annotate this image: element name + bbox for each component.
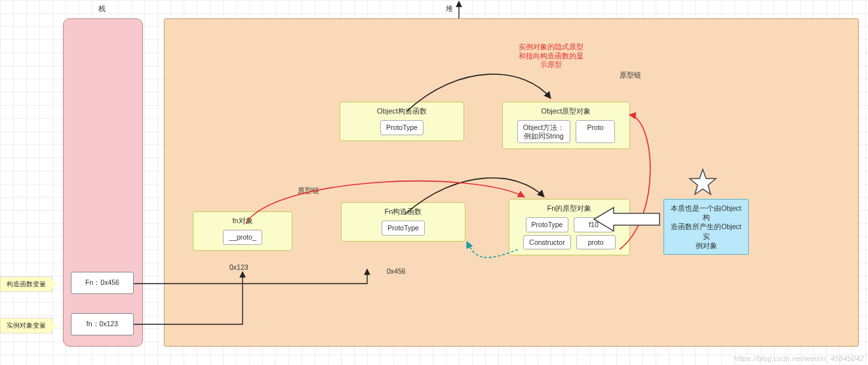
annotation-implicit-explicit-proto: 实例对象的隐式原型 和指向构造函数的显 示原型: [505, 43, 597, 70]
slot-f10: f10: [574, 217, 613, 232]
node-fn-constructor: Fn构造函数 ProtoType: [341, 202, 465, 242]
slot-dunder-proto: __proto_: [223, 230, 262, 245]
callout-object-instance: 本质也是一个由Object构 造函数所产生的Object实 例对象: [663, 199, 749, 255]
node-fn-prototype: Fn的原型对象 ProtoType f10 Constructor proto: [509, 199, 630, 255]
node-object-prototype: Object原型对象 Object方法： 例如同String Proto: [502, 102, 630, 149]
heap-header: 堆: [446, 4, 453, 14]
stack-box-fn-ctor: Fn：0x456: [71, 272, 134, 294]
label-proto-chain-1: 原型链: [298, 186, 319, 196]
slot-prototype: ProtoType: [382, 221, 425, 236]
label-proto-chain-2: 原型链: [620, 71, 641, 80]
stack-region: [63, 18, 143, 347]
addr-fn-obj: 0x123: [229, 263, 248, 271]
node-fn-instance: fn对象 __proto_: [193, 211, 292, 251]
node-title: Fn构造函数: [342, 203, 465, 218]
node-title: Fn的原型对象: [509, 200, 629, 215]
slot-object-methods: Object方法： 例如同String: [517, 120, 570, 143]
label-instance-var: 实例对象变量: [0, 318, 52, 333]
slot-proto: Proto: [576, 120, 615, 143]
addr-fn-ctor: 0x456: [387, 267, 406, 275]
watermark: https://blog.csdn.net/weixin_45845042: [734, 354, 864, 362]
slot-proto: proto: [576, 235, 616, 250]
slot-constructor: Constructor: [523, 235, 570, 250]
node-title: Object构造函数: [340, 102, 464, 118]
slot-prototype: ProtoType: [526, 217, 569, 232]
node-title: Object原型对象: [503, 102, 629, 118]
star-icon: [688, 168, 717, 198]
slot-prototype: ProtoType: [380, 120, 424, 135]
stack-header: 栈: [98, 4, 106, 14]
node-title: fn对象: [193, 212, 292, 227]
node-object-constructor: Object构造函数 ProtoType: [340, 102, 464, 141]
svg-marker-0: [690, 169, 716, 194]
stack-box-fn-inst: fn：0x123: [71, 313, 134, 335]
label-constructor-var: 构造函数变量: [0, 276, 52, 292]
